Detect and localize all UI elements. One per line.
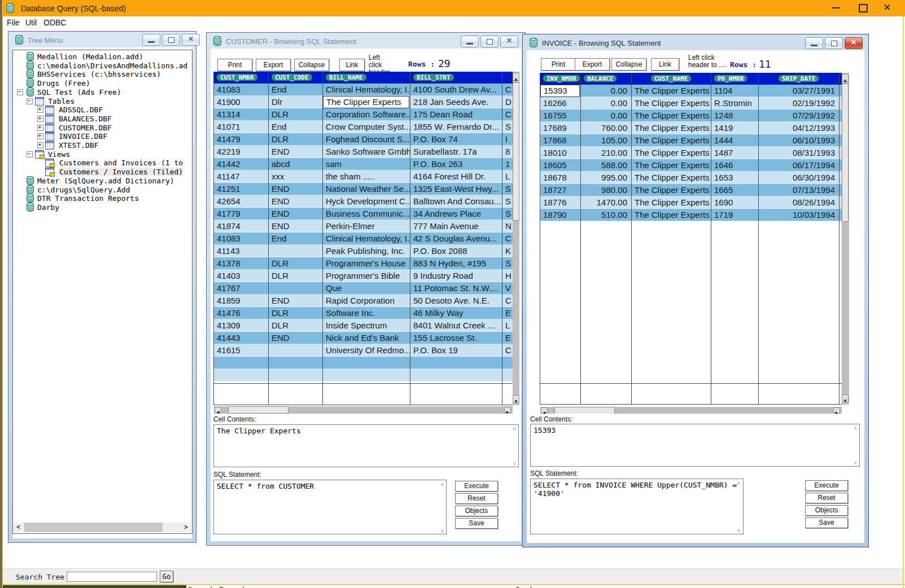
grid-cell[interactable]: The Clipper Experts (632, 134, 711, 147)
menu-item-util[interactable]: Util (25, 18, 37, 27)
invoice-minimize-button[interactable] (805, 37, 823, 49)
tree-restore-button[interactable] (162, 34, 180, 46)
grid-cell[interactable]: 1646 (711, 159, 758, 172)
grid-cell[interactable]: END (269, 195, 322, 208)
grid-cell[interactable]: End (269, 121, 322, 133)
grid-new-row-cell[interactable] (580, 383, 632, 405)
tree-item[interactable]: Customers / Invoices (Tiled) (59, 168, 183, 176)
tree-item[interactable]: c:\drugs\SqlQuery.Add (37, 186, 130, 194)
scroll-right-icon[interactable]: ► (833, 407, 840, 414)
grid-cell[interactable]: 06/17/1994 (759, 159, 839, 172)
scroll-left-icon[interactable]: ◄ (215, 407, 221, 413)
execute-button[interactable]: Execute (805, 480, 848, 491)
grid-new-row-cell[interactable] (502, 383, 513, 405)
grid-cell[interactable]: 41143 (214, 245, 268, 257)
grid-cell[interactable]: 41900 (214, 96, 268, 108)
grid-cell[interactable]: 06/30/1994 (759, 172, 839, 184)
grid-cell[interactable]: 46 Milky Way (410, 307, 502, 319)
grid-cell[interactable]: 1487 (711, 147, 758, 159)
sql-statement-box[interactable]: SELECT * from CUSTOMER (213, 480, 447, 534)
grid-cell[interactable]: 105.00 (581, 134, 631, 147)
grid-cell[interactable]: END (269, 146, 322, 158)
grid-cell[interactable]: 1325 East-West Hwy... (410, 183, 502, 195)
grid-cell[interactable]: P.O. Box 74 (410, 133, 502, 146)
grid-cell[interactable]: END (269, 183, 322, 195)
grid-cell[interactable]: 510.00 (581, 209, 631, 221)
tree-item[interactable]: DTR Transaction Reports (37, 194, 139, 203)
grid-cell[interactable]: 41071 (214, 121, 268, 133)
grid-cell[interactable]: University Of Redmo... (323, 344, 410, 357)
scroll-down-icon[interactable]: ∨ (737, 528, 741, 533)
grid-cell[interactable]: Nick and Ed's Bank (323, 332, 410, 344)
grid-new-row-cell[interactable] (540, 383, 581, 405)
grid-vscrollbar[interactable]: ▲ ▼ (513, 72, 519, 405)
tree-close-button[interactable]: ✕ (182, 34, 200, 46)
reset-button[interactable]: Reset (805, 493, 848, 503)
grid-cell[interactable]: Foghead Discount S... (323, 133, 410, 146)
grid-cell[interactable]: Balltown And Consau... (410, 195, 502, 208)
grid-cell[interactable]: 980.00 (581, 184, 631, 196)
grid-cell[interactable]: xxx (269, 170, 322, 183)
minimize-icon[interactable] (832, 7, 840, 8)
grid-cell[interactable]: 11 Potomac St. N.W.... (410, 282, 502, 295)
tree-item[interactable]: Medallion (Medalion.add) (37, 52, 143, 61)
search-input[interactable] (67, 572, 157, 582)
save-button[interactable]: Save (455, 518, 498, 529)
grid-cell[interactable]: 41309 (214, 319, 268, 332)
grid-cell[interactable]: R.Stromin (711, 97, 758, 109)
grid-cell[interactable]: Corporation Software... (323, 108, 410, 121)
grid-vscrollbar[interactable]: ▲ ▼ (842, 73, 849, 405)
grid-cell[interactable]: DLR (269, 257, 322, 270)
column-header-inv_nmbr[interactable]: INV_NMBR (543, 74, 580, 82)
grid-new-row-cell[interactable] (322, 383, 410, 405)
grid-cell[interactable]: P.O. Box 19 (410, 344, 502, 357)
grid-cell[interactable]: Dlr (269, 96, 322, 108)
tree-item[interactable]: INVOICE.DBF (59, 132, 107, 141)
objects-button[interactable]: Objects (805, 505, 848, 516)
column-header-cust_nmbr[interactable]: CUST_NMBR (216, 73, 258, 81)
grid-cell[interactable]: 1665 (711, 184, 758, 196)
grid-cell[interactable]: 41403 (214, 270, 268, 282)
grid-cell[interactable]: The Clipper Experts (632, 184, 711, 196)
grid-cell[interactable]: 18010 (540, 147, 580, 159)
customer-minimize-button[interactable] (461, 36, 479, 47)
grid-cell[interactable]: 175 Dean Road (410, 108, 502, 121)
column-header-ship_date[interactable]: SHIP_DATE (778, 74, 820, 82)
grid-new-row-cell[interactable] (711, 383, 759, 405)
tree-item[interactable]: BALANCES.DBF (59, 115, 112, 123)
grid-cell[interactable]: 10/03/1994 (759, 209, 839, 221)
grid-hscrollbar-thumb[interactable] (228, 406, 288, 414)
grid-cell[interactable]: sam (323, 158, 410, 170)
grid-cell[interactable]: 42 S Douglas Avenu... (410, 232, 502, 245)
menu-item-file[interactable]: File (7, 18, 20, 27)
grid-cell[interactable]: 0.00 (581, 85, 631, 97)
grid-cell[interactable]: 0.00 (581, 109, 631, 122)
grid-cell[interactable]: 1470.00 (581, 196, 631, 209)
customer-close-button[interactable]: ✕ (500, 36, 518, 47)
tree-item[interactable]: SQL Test (Ads Free) (37, 88, 121, 96)
grid-cell[interactable]: 1690 (711, 196, 758, 209)
grid-cell[interactable]: Perkin-Elmer (323, 220, 410, 232)
grid-cell[interactable]: Que (323, 282, 410, 295)
grid-cell[interactable]: The Clipper Experts (632, 122, 711, 134)
grid-cell[interactable]: 41443 (214, 332, 268, 344)
grid-cell[interactable]: 41314 (214, 108, 268, 121)
column-header-cust_name[interactable]: CUST_NAME (650, 74, 692, 82)
grid-cell[interactable]: The Clipper Experts (632, 159, 711, 172)
grid-cell[interactable]: END (269, 220, 322, 232)
grid-cell[interactable]: 04/12/1993 (759, 122, 839, 134)
grid-cell[interactable]: 18790 (540, 209, 580, 221)
scroll-up-icon[interactable]: ∧ (513, 426, 517, 432)
grid-cell[interactable]: 155 Lacrosse St. (410, 332, 502, 344)
grid-cell[interactable]: Programmer's House (323, 257, 410, 270)
tree-minimize-button[interactable] (142, 34, 160, 46)
tree-item[interactable]: Drugs (Free) (37, 79, 90, 87)
link-button[interactable]: Link (339, 59, 365, 71)
grid-cell[interactable]: 4164 Forest Hill Dr. (410, 170, 502, 183)
scroll-left-icon[interactable]: ◄ (541, 407, 548, 414)
invoice-close-button[interactable]: ✕ (845, 37, 863, 49)
grid-cell[interactable]: 41442 (214, 158, 268, 170)
grid-cell[interactable]: DLR (269, 270, 322, 282)
grid-cell[interactable]: DLR (269, 133, 322, 146)
grid-cell[interactable]: The Clipper Experts (632, 109, 711, 122)
